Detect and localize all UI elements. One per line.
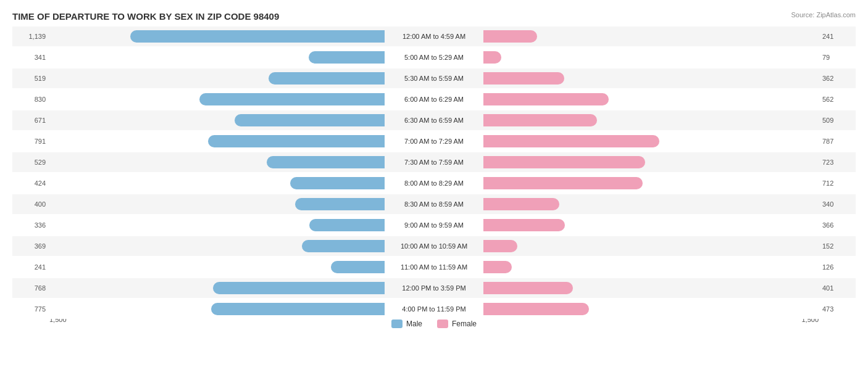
- time-label: 6:30 AM to 6:59 AM: [385, 117, 483, 124]
- female-value: 362: [819, 75, 856, 82]
- time-label: 8:30 AM to 8:59 AM: [385, 200, 483, 208]
- male-value: 830: [12, 96, 49, 103]
- chart-row: 791 7:00 AM to 7:29 AM 787: [12, 131, 856, 151]
- male-value: 400: [12, 200, 49, 208]
- female-bar-area: [483, 113, 819, 127]
- legend-male-label: Male: [406, 320, 422, 328]
- male-value: 791: [12, 138, 49, 145]
- female-bar: [483, 72, 564, 85]
- female-value: 241: [819, 33, 856, 40]
- chart-title: TIME OF DEPARTURE TO WORK BY SEX IN ZIP …: [12, 11, 856, 22]
- male-bar: [302, 240, 385, 252]
- female-value: 152: [819, 242, 856, 250]
- female-bar: [483, 219, 565, 231]
- chart-row: 336 9:00 AM to 9:59 AM 366: [12, 215, 856, 235]
- male-bar-area: [49, 260, 385, 274]
- legend-female: Female: [437, 320, 477, 328]
- male-bar: [269, 72, 385, 85]
- female-bar-area: [483, 93, 819, 106]
- time-label: 9:00 AM to 9:59 AM: [385, 221, 483, 229]
- male-bar: [130, 30, 385, 43]
- time-label: 5:30 AM to 5:59 AM: [385, 75, 483, 82]
- female-bar-area: [483, 51, 819, 64]
- time-label: 7:30 AM to 7:59 AM: [385, 159, 483, 166]
- male-bar-area: [49, 197, 385, 211]
- female-bar: [483, 282, 573, 294]
- male-bar: [235, 114, 385, 126]
- male-bar-area: [49, 302, 385, 316]
- female-bar: [483, 114, 597, 126]
- female-bar-area: [483, 239, 819, 253]
- male-value: 671: [12, 117, 49, 124]
- chart-row: 768 12:00 PM to 3:59 PM 401: [12, 278, 856, 298]
- time-label: 12:00 AM to 4:59 AM: [385, 33, 483, 40]
- female-bar: [483, 303, 589, 315]
- time-label: 12:00 PM to 3:59 PM: [385, 284, 483, 292]
- chart-row: 369 10:00 AM to 10:59 AM 152: [12, 236, 856, 256]
- female-bar: [483, 261, 512, 273]
- female-value: 473: [819, 305, 856, 313]
- male-value: 519: [12, 75, 49, 82]
- female-value: 723: [819, 159, 856, 166]
- chart-row: 529 7:30 AM to 7:59 AM 723: [12, 152, 856, 172]
- female-bar-area: [483, 176, 819, 190]
- female-value: 712: [819, 179, 856, 187]
- male-bar-area: [49, 155, 385, 169]
- male-bar-area: [49, 93, 385, 106]
- legend: Male Female: [391, 320, 477, 328]
- time-label: 8:00 AM to 8:29 AM: [385, 179, 483, 187]
- male-value: 1,139: [12, 33, 49, 40]
- male-value: 241: [12, 263, 49, 271]
- female-bar: [483, 177, 643, 189]
- male-value: 424: [12, 179, 49, 187]
- male-bar: [331, 261, 385, 273]
- female-value: 401: [819, 284, 856, 292]
- male-bar: [309, 51, 385, 64]
- male-bar: [290, 177, 385, 189]
- chart-area: 1,139 12:00 AM to 4:59 AM 241 341 5:00 A…: [12, 27, 856, 315]
- male-value: 341: [12, 54, 49, 61]
- male-bar: [208, 135, 385, 147]
- male-bar-area: [49, 72, 385, 85]
- female-bar: [483, 240, 517, 252]
- time-label: 7:00 AM to 7:29 AM: [385, 138, 483, 145]
- female-bar: [483, 93, 609, 105]
- chart-container: TIME OF DEPARTURE TO WORK BY SEX IN ZIP …: [0, 0, 868, 367]
- male-bar: [199, 93, 385, 105]
- female-value: 126: [819, 263, 856, 271]
- chart-row: 341 5:00 AM to 5:29 AM 79: [12, 47, 856, 67]
- female-bar: [483, 198, 559, 210]
- female-value: 787: [819, 138, 856, 145]
- male-bar-area: [49, 176, 385, 190]
- female-bar: [483, 135, 659, 147]
- male-value: 768: [12, 284, 49, 292]
- time-label: 5:00 AM to 5:29 AM: [385, 54, 483, 61]
- chart-row: 830 6:00 AM to 6:29 AM 562: [12, 89, 856, 109]
- female-bar-area: [483, 134, 819, 148]
- legend-female-box: [437, 320, 448, 328]
- chart-row: 424 8:00 AM to 8:29 AM 712: [12, 173, 856, 193]
- time-label: 10:00 AM to 10:59 AM: [385, 242, 483, 250]
- male-bar: [267, 156, 385, 168]
- chart-row: 775 4:00 PM to 11:59 PM 473: [12, 299, 856, 319]
- male-bar: [309, 219, 385, 231]
- female-bar-area: [483, 155, 819, 169]
- source-text: Source: ZipAtlas.com: [791, 11, 856, 19]
- male-value: 775: [12, 305, 49, 313]
- male-bar: [213, 282, 385, 294]
- female-bar-area: [483, 302, 819, 316]
- female-value: 562: [819, 96, 856, 103]
- time-label: 6:00 AM to 6:29 AM: [385, 96, 483, 103]
- legend-male-box: [391, 320, 403, 328]
- male-bar-area: [49, 281, 385, 295]
- chart-row: 1,139 12:00 AM to 4:59 AM 241: [12, 27, 856, 46]
- female-bar-area: [483, 218, 819, 232]
- female-value: 509: [819, 117, 856, 124]
- female-bar-area: [483, 260, 819, 274]
- female-bar: [483, 51, 501, 64]
- male-bar-area: [49, 30, 385, 43]
- chart-row: 519 5:30 AM to 5:59 AM 362: [12, 68, 856, 88]
- male-value: 529: [12, 159, 49, 166]
- female-bar-area: [483, 281, 819, 295]
- female-value: 366: [819, 221, 856, 229]
